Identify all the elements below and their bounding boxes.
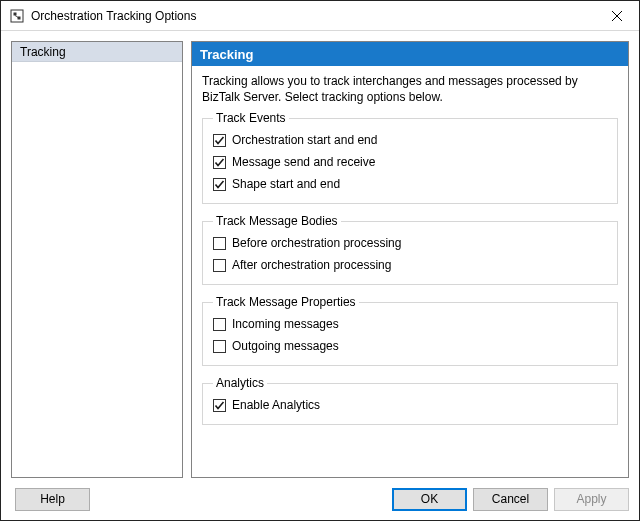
group-analytics: Analytics Enable Analytics — [202, 376, 618, 425]
cancel-button[interactable]: Cancel — [473, 488, 548, 511]
option-after-orchestration-processing[interactable]: After orchestration processing — [213, 254, 607, 276]
option-before-orchestration-processing[interactable]: Before orchestration processing — [213, 232, 607, 254]
content-body: Tracking allows you to track interchange… — [192, 66, 628, 477]
dialog-body: Tracking Tracking Tracking allows you to… — [1, 31, 639, 478]
titlebar: Orchestration Tracking Options — [1, 1, 639, 31]
app-icon — [9, 8, 25, 24]
content-header: Tracking — [192, 42, 628, 66]
group-track-events: Track Events Orchestration start and end… — [202, 111, 618, 204]
help-button[interactable]: Help — [15, 488, 90, 511]
checkbox[interactable] — [213, 156, 226, 169]
apply-button[interactable]: Apply — [554, 488, 629, 511]
checkbox[interactable] — [213, 134, 226, 147]
option-label: Shape start and end — [232, 177, 340, 191]
option-label: Message send and receive — [232, 155, 375, 169]
checkbox[interactable] — [213, 259, 226, 272]
option-message-send-receive[interactable]: Message send and receive — [213, 151, 607, 173]
option-shape-start-end[interactable]: Shape start and end — [213, 173, 607, 195]
option-label: Orchestration start and end — [232, 133, 377, 147]
option-label: Before orchestration processing — [232, 236, 401, 250]
dialog-footer: Help OK Cancel Apply — [1, 478, 639, 520]
sidebar-item-tracking[interactable]: Tracking — [12, 42, 182, 62]
checkbox[interactable] — [213, 399, 226, 412]
window-title: Orchestration Tracking Options — [31, 9, 594, 23]
svg-rect-0 — [11, 10, 23, 22]
group-track-message-bodies: Track Message Bodies Before orchestratio… — [202, 214, 618, 285]
content-header-label: Tracking — [200, 47, 253, 62]
option-label: Incoming messages — [232, 317, 339, 331]
option-outgoing-messages[interactable]: Outgoing messages — [213, 335, 607, 357]
group-track-message-properties: Track Message Properties Incoming messag… — [202, 295, 618, 366]
checkbox[interactable] — [213, 340, 226, 353]
content-description: Tracking allows you to track interchange… — [202, 73, 618, 105]
option-enable-analytics[interactable]: Enable Analytics — [213, 394, 607, 416]
category-sidebar: Tracking — [11, 41, 183, 478]
checkbox[interactable] — [213, 237, 226, 250]
svg-rect-1 — [14, 12, 17, 15]
option-label: Outgoing messages — [232, 339, 339, 353]
content-panel: Tracking Tracking allows you to track in… — [191, 41, 629, 478]
option-label: After orchestration processing — [232, 258, 391, 272]
group-legend: Track Events — [213, 111, 289, 125]
sidebar-item-label: Tracking — [20, 45, 66, 59]
group-legend: Analytics — [213, 376, 267, 390]
dialog-window: Orchestration Tracking Options Tracking … — [0, 0, 640, 521]
option-label: Enable Analytics — [232, 398, 320, 412]
ok-button[interactable]: OK — [392, 488, 467, 511]
group-legend: Track Message Properties — [213, 295, 359, 309]
option-incoming-messages[interactable]: Incoming messages — [213, 313, 607, 335]
group-legend: Track Message Bodies — [213, 214, 341, 228]
checkbox[interactable] — [213, 178, 226, 191]
option-orchestration-start-end[interactable]: Orchestration start and end — [213, 129, 607, 151]
checkbox[interactable] — [213, 318, 226, 331]
close-button[interactable] — [594, 1, 639, 31]
